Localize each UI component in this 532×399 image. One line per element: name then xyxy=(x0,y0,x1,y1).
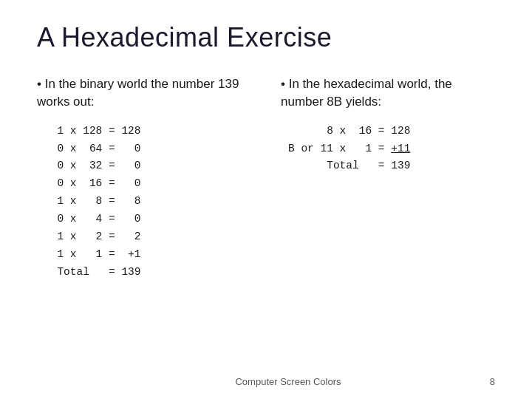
right-code: 8 x 16 = 128 B or 11 x 1 = +11 Total = 1… xyxy=(288,123,495,176)
left-column: In the binary world the number 139 works… xyxy=(37,75,266,282)
right-column: In the hexadecimal world, the number 8B … xyxy=(266,75,495,175)
content-row: In the binary world the number 139 works… xyxy=(37,75,495,384)
left-code: 1 x 128 = 128 0 x 64 = 0 0 x 32 = 0 0 x … xyxy=(44,123,251,282)
underline-value: +11 xyxy=(391,143,410,154)
right-bullet: In the hexadecimal world, the number 8B … xyxy=(281,75,495,111)
slide-title: A Hexadecimal Exercise xyxy=(37,22,495,53)
left-bullet: In the binary world the number 139 works… xyxy=(37,75,251,111)
slide: A Hexadecimal Exercise In the binary wor… xyxy=(0,0,532,399)
footer-label: Computer Screen Colors xyxy=(44,376,532,387)
footer: Computer Screen Colors 8 xyxy=(0,369,532,387)
footer-page: 8 xyxy=(490,376,495,387)
